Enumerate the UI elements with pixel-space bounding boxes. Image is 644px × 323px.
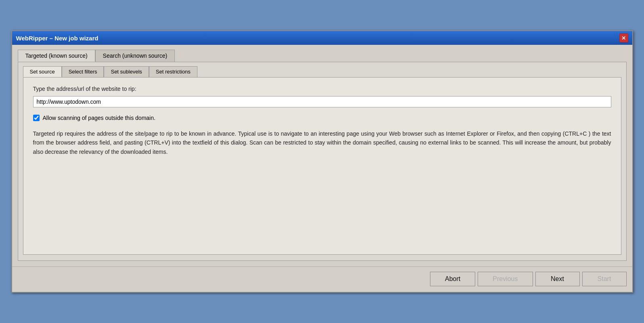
- subtab-set-source[interactable]: Set source: [23, 66, 62, 77]
- subtab-set-sublevels[interactable]: Set sublevels: [104, 66, 149, 77]
- checkbox-row: Allow scanning of pages outside this dom…: [33, 115, 611, 121]
- window-title: WebRipper – New job wizard: [16, 35, 99, 42]
- description-text: Targeted rip requires the address of the…: [33, 129, 611, 156]
- main-tabs: Targeted (known source) Search (unknown …: [18, 50, 627, 62]
- window-body: Targeted (known source) Search (unknown …: [12, 45, 632, 266]
- tab-targeted[interactable]: Targeted (known source): [18, 50, 95, 62]
- allow-outside-checkbox[interactable]: [33, 115, 40, 121]
- url-input[interactable]: [33, 96, 611, 107]
- tab-search[interactable]: Search (unknown source): [95, 50, 175, 62]
- main-window: WebRipper – New job wizard ✕ Targeted (k…: [11, 30, 633, 293]
- abort-button[interactable]: Abort: [430, 272, 475, 286]
- button-bar: Abort Previous Next Start: [12, 266, 632, 292]
- next-button[interactable]: Next: [535, 272, 580, 286]
- subtab-select-filters[interactable]: Select filters: [62, 66, 104, 77]
- allow-outside-label[interactable]: Allow scanning of pages outside this dom…: [43, 115, 155, 121]
- sub-tabs: Set source Select filters Set sublevels …: [23, 66, 621, 77]
- sub-tab-panel: Type the address/url of the website to r…: [23, 77, 621, 255]
- start-button[interactable]: Start: [582, 272, 627, 286]
- main-tab-panel: Set source Select filters Set sublevels …: [18, 62, 627, 261]
- title-bar: WebRipper – New job wizard ✕: [12, 31, 632, 45]
- close-button[interactable]: ✕: [619, 34, 628, 42]
- subtab-set-restrictions[interactable]: Set restrictions: [149, 66, 197, 77]
- url-label: Type the address/url of the website to r…: [33, 86, 611, 92]
- previous-button[interactable]: Previous: [478, 272, 533, 286]
